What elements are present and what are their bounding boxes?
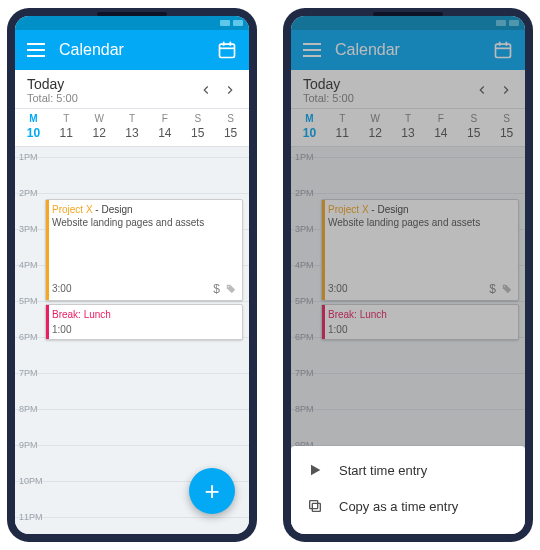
week-day[interactable]: W12 [83, 113, 116, 140]
phone-screen-right: Calendar Today Total: 5:00 M10T11W12T13F… [291, 16, 525, 534]
svg-rect-2 [230, 42, 232, 46]
hour-label: 9PM [19, 440, 38, 450]
svg-rect-3 [220, 48, 235, 50]
day-header: Today Total: 5:00 [15, 70, 249, 109]
calendar-icon[interactable] [217, 40, 237, 60]
sheet-copy-time-entry[interactable]: Copy as a time entry [291, 488, 525, 524]
week-day[interactable]: S15 [214, 113, 247, 140]
svg-rect-0 [220, 44, 235, 57]
hour-label: 5PM [19, 296, 38, 306]
hour-label: 8PM [19, 404, 38, 414]
sheet-start-label: Start time entry [339, 463, 427, 478]
time-entry-projectx[interactable]: Project X - DesignWebsite landing pages … [45, 199, 243, 301]
week-day[interactable]: M10 [17, 113, 50, 140]
hour-label: 3PM [19, 224, 38, 234]
hour-label: 10PM [19, 476, 43, 486]
week-day[interactable]: F14 [148, 113, 181, 140]
chevron-right-icon[interactable] [223, 83, 237, 97]
week-day[interactable]: S15 [181, 113, 214, 140]
week-strip-left[interactable]: M10T11W12T13F14S15S15 [15, 109, 249, 147]
play-icon [307, 462, 323, 478]
phone-screen-left: Calendar Today Total: 5:00 M10T11W12T13F… [15, 16, 249, 534]
sheet-copy-label: Copy as a time entry [339, 499, 458, 514]
app-bar: Calendar [15, 30, 249, 70]
hour-label: 4PM [19, 260, 38, 270]
svg-point-4 [228, 286, 229, 287]
chevron-left-icon[interactable] [199, 83, 213, 97]
action-sheet: Start time entry Copy as a time entry [291, 446, 525, 534]
svg-rect-1 [223, 42, 225, 46]
day-nav [199, 83, 237, 97]
svg-rect-12 [310, 501, 318, 509]
hour-label: 6PM [19, 332, 38, 342]
appbar-title: Calendar [59, 41, 124, 59]
hour-label: 11PM [19, 512, 43, 522]
tag-icon [226, 284, 236, 294]
svg-rect-11 [312, 503, 320, 511]
day-title: Today [27, 76, 78, 92]
week-day[interactable]: T11 [50, 113, 83, 140]
status-bar [15, 16, 249, 30]
phone-frame-right: Calendar Today Total: 5:00 M10T11W12T13F… [283, 8, 533, 542]
hour-label: 2PM [19, 188, 38, 198]
fab-add[interactable]: + [189, 468, 235, 514]
copy-icon [307, 498, 323, 514]
svg-marker-10 [311, 465, 320, 476]
time-entry-break[interactable]: Break: Lunch1:00 [45, 304, 243, 340]
sheet-start-time-entry[interactable]: Start time entry [291, 452, 525, 488]
hour-label: 7PM [19, 368, 38, 378]
week-day[interactable]: T13 [116, 113, 149, 140]
hour-label: 1PM [19, 152, 38, 162]
menu-icon[interactable] [27, 43, 45, 57]
phone-frame-left: Calendar Today Total: 5:00 M10T11W12T13F… [7, 8, 257, 542]
day-total: Total: 5:00 [27, 92, 78, 104]
